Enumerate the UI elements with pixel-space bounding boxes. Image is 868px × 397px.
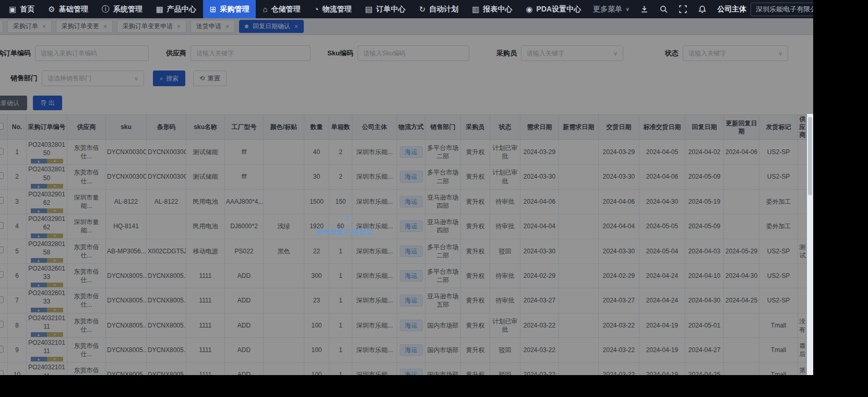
nav-item-采购管理[interactable]: ⊞采购管理 (203, 0, 256, 18)
table-scrollbar[interactable] (807, 114, 813, 375)
nav-item-label: PDA设置中心 (537, 5, 581, 14)
spinner-icon (343, 216, 351, 224)
auto-plan-icon: ↻ (419, 5, 426, 14)
nav-item-产品中心[interactable]: ▦产品中心 (149, 0, 203, 18)
nav-item-基础管理[interactable]: ⚙基础管理 (41, 0, 94, 18)
nav-item-label: 首页 (20, 5, 34, 14)
bell-icon[interactable] (698, 5, 707, 14)
loading-text: 拼命加载中,请稍后... (316, 227, 377, 237)
cart-icon: ⊞ (210, 5, 217, 14)
report-icon: ▥ (472, 5, 479, 14)
nav-item-label: 物流管理 (323, 5, 352, 14)
nav-item-label: 订单中心 (376, 5, 406, 14)
nav-item-PDA设置中心[interactable]: ◉PDA设置中心 (519, 0, 588, 18)
nav-item-label: 采购管理 (220, 5, 249, 14)
nav-item-报表中心[interactable]: ▥报表中心 (465, 0, 519, 18)
screen: ▣首页⚙基础管理ⓘ系统管理▦产品中心⊞采购管理⌂仓储管理◔物流管理▤订单中心↻自… (0, 0, 868, 397)
warehouse-icon: ⌂ (263, 5, 267, 14)
more-menu-label: 更多菜单 (593, 5, 622, 14)
loading-overlay: 拼命加载中,请稍后... (0, 18, 813, 375)
nav-menu: ▣首页⚙基础管理ⓘ系统管理▦产品中心⊞采购管理⌂仓储管理◔物流管理▤订单中心↻自… (2, 0, 588, 18)
info-icon: ⓘ (102, 4, 110, 14)
nav-item-自动计划[interactable]: ↻自动计划 (412, 0, 466, 18)
search-icon[interactable] (659, 5, 668, 14)
nav-item-label: 基础管理 (59, 5, 88, 14)
nav-item-label: 系统管理 (113, 5, 142, 14)
chevron-down-icon: ∨ (625, 6, 629, 12)
company-select[interactable]: 深圳乐能电子有限公司 ∨ (751, 3, 813, 16)
table-scrollbar-thumb[interactable] (808, 117, 812, 195)
top-nav: ▣首页⚙基础管理ⓘ系统管理▦产品中心⊞采购管理⌂仓储管理◔物流管理▤订单中心↻自… (0, 0, 813, 18)
nav-item-物流管理[interactable]: ◔物流管理 (307, 0, 358, 18)
cube-icon: ▦ (156, 5, 163, 14)
more-menu[interactable]: 更多菜单 ∨ (593, 5, 629, 14)
download-icon[interactable] (640, 5, 649, 14)
app-window: ▣首页⚙基础管理ⓘ系统管理▦产品中心⊞采购管理⌂仓储管理◔物流管理▤订单中心↻自… (0, 0, 813, 375)
nav-item-label: 产品中心 (167, 5, 196, 14)
gear-icon: ⚙ (48, 5, 55, 14)
nav-item-系统管理[interactable]: ⓘ系统管理 (95, 0, 149, 18)
nav-item-label: 报表中心 (483, 5, 512, 14)
nav-item-label: 仓储管理 (271, 5, 300, 14)
nav-item-首页[interactable]: ▣首页 (2, 0, 41, 18)
nav-item-仓储管理[interactable]: ⌂仓储管理 (256, 0, 307, 18)
nav-toolbar: 公司主体 深圳乐能电子有限公司 ∨ ▼ (629, 2, 813, 17)
home-icon: ▣ (9, 5, 16, 14)
logistics-icon: ◔ (314, 5, 318, 14)
company-select-value: 深圳乐能电子有限公司 (756, 5, 813, 14)
pda-settings-icon: ◉ (526, 5, 532, 14)
loading-indicator: 拼命加载中,请稍后... (305, 216, 388, 237)
fullscreen-icon[interactable] (679, 5, 687, 14)
nav-item-label: 自动计划 (429, 5, 458, 14)
order-icon: ▤ (365, 5, 373, 14)
nav-item-订单中心[interactable]: ▤订单中心 (359, 0, 412, 18)
company-entity-label: 公司主体 (717, 5, 746, 14)
